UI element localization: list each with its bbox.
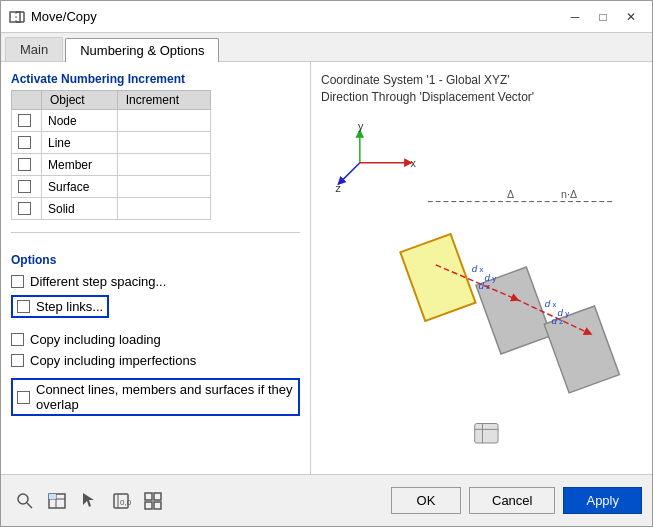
diagram-svg: x y z [321, 114, 642, 464]
checkbox-solid-cell [12, 198, 42, 220]
checkbox-line[interactable] [18, 136, 31, 149]
numbering-table: Object Increment Node Line [11, 90, 211, 220]
title-bar-left: Move/Copy [9, 9, 97, 25]
svg-marker-40 [83, 493, 94, 507]
svg-text:x: x [410, 156, 416, 168]
table-row: Member [12, 154, 211, 176]
table-row: Solid [12, 198, 211, 220]
numbering-section-title: Activate Numbering Increment [11, 72, 300, 86]
left-panel: Activate Numbering Increment Object Incr… [1, 62, 311, 474]
line-increment[interactable] [117, 132, 210, 154]
option-different-step-label: Different step spacing... [30, 274, 166, 289]
search-icon[interactable] [11, 487, 39, 515]
options-section-title: Options [11, 253, 300, 267]
diagram-label-line1: Coordinate System '1 - Global XYZ' [321, 73, 510, 87]
checkbox-copy-loading[interactable] [11, 333, 24, 346]
table-row: Line [12, 132, 211, 154]
svg-rect-44 [145, 493, 152, 500]
svg-rect-47 [154, 502, 161, 509]
option-connect-lines-wrapper: Connect lines, members and surfaces if t… [11, 373, 300, 419]
export-icon[interactable]: 0,00 [107, 487, 135, 515]
diagram-label-line2: Direction Through 'Displacement Vector' [321, 90, 534, 104]
option-connect-lines-label: Connect lines, members and surfaces if t… [36, 382, 294, 412]
table-row: Node [12, 110, 211, 132]
checkbox-node-cell [12, 110, 42, 132]
node-label: Node [42, 110, 118, 132]
ok-button[interactable]: OK [391, 487, 461, 514]
svg-text:d: d [552, 315, 558, 326]
option-connect-lines-bordered: Connect lines, members and surfaces if t… [11, 378, 300, 416]
svg-text:x: x [553, 299, 557, 308]
footer-left: 0,00 [11, 487, 391, 515]
main-content: Activate Numbering Increment Object Incr… [1, 62, 652, 474]
checkbox-connect-lines[interactable] [17, 391, 30, 404]
main-window: Move/Copy ─ □ ✕ Main Numbering & Options… [0, 0, 653, 527]
member-label: Member [42, 154, 118, 176]
node-increment[interactable] [117, 110, 210, 132]
option-step-links-label: Step links... [36, 299, 103, 314]
svg-rect-45 [154, 493, 161, 500]
svg-line-7 [340, 162, 359, 181]
svg-text:d: d [545, 297, 551, 308]
table-row: Surface [12, 176, 211, 198]
apply-button[interactable]: Apply [563, 487, 642, 514]
options-section: Options Different step spacing... Step l… [11, 253, 300, 419]
option-copy-imperfections-label: Copy including imperfections [30, 353, 196, 368]
svg-rect-31 [475, 423, 498, 442]
svg-text:Δ: Δ [507, 187, 514, 199]
surface-increment[interactable] [117, 176, 210, 198]
checkbox-line-cell [12, 132, 42, 154]
option-step-links-wrapper: Step links... [11, 292, 300, 321]
checkbox-surface[interactable] [18, 180, 31, 193]
svg-text:y: y [358, 119, 364, 131]
checkbox-member[interactable] [18, 158, 31, 171]
svg-rect-39 [49, 494, 56, 499]
diagram-area: x y z [321, 114, 642, 464]
window-title: Move/Copy [31, 9, 97, 24]
solid-increment[interactable] [117, 198, 210, 220]
tab-main[interactable]: Main [5, 37, 63, 61]
right-panel: Coordinate System '1 - Global XYZ' Direc… [311, 62, 652, 474]
option-copy-imperfections: Copy including imperfections [11, 350, 300, 371]
option-copy-loading-label: Copy including loading [30, 332, 161, 347]
title-bar: Move/Copy ─ □ ✕ [1, 1, 652, 33]
svg-text:n·Δ: n·Δ [561, 187, 577, 199]
maximize-button[interactable]: □ [590, 7, 616, 27]
option-step-links-bordered: Step links... [11, 295, 109, 318]
member-increment[interactable] [117, 154, 210, 176]
table-icon[interactable] [43, 487, 71, 515]
checkbox-step-links[interactable] [17, 300, 30, 313]
svg-text:z: z [335, 181, 340, 193]
checkbox-different-step[interactable] [11, 275, 24, 288]
minimize-button[interactable]: ─ [562, 7, 588, 27]
svg-rect-46 [145, 502, 152, 509]
window-icon [9, 9, 25, 25]
checkbox-surface-cell [12, 176, 42, 198]
checkbox-solid[interactable] [18, 202, 31, 215]
svg-text:y: y [492, 274, 496, 283]
checkbox-copy-imperfections[interactable] [11, 354, 24, 367]
line-label: Line [42, 132, 118, 154]
checkbox-node[interactable] [18, 114, 31, 127]
svg-text:0,00: 0,00 [120, 498, 131, 507]
pointer-icon[interactable] [75, 487, 103, 515]
col-header-object: Object [42, 91, 118, 110]
col-header-checkbox [12, 91, 42, 110]
solid-label: Solid [42, 198, 118, 220]
grid-icon[interactable] [139, 487, 167, 515]
surface-label: Surface [42, 176, 118, 198]
tab-numbering-options[interactable]: Numbering & Options [65, 38, 219, 62]
divider [11, 232, 300, 233]
svg-text:x: x [480, 264, 484, 273]
footer-right: OK Cancel Apply [391, 487, 642, 514]
footer: 0,00 OK Cancel Apply [1, 474, 652, 526]
option-copy-loading: Copy including loading [11, 329, 300, 350]
svg-rect-0 [10, 12, 20, 22]
svg-text:y: y [565, 309, 569, 318]
col-header-increment: Increment [117, 91, 210, 110]
cancel-button[interactable]: Cancel [469, 487, 555, 514]
close-button[interactable]: ✕ [618, 7, 644, 27]
diagram-label: Coordinate System '1 - Global XYZ' Direc… [321, 72, 642, 106]
tabs-bar: Main Numbering & Options [1, 33, 652, 62]
svg-point-34 [18, 494, 28, 504]
